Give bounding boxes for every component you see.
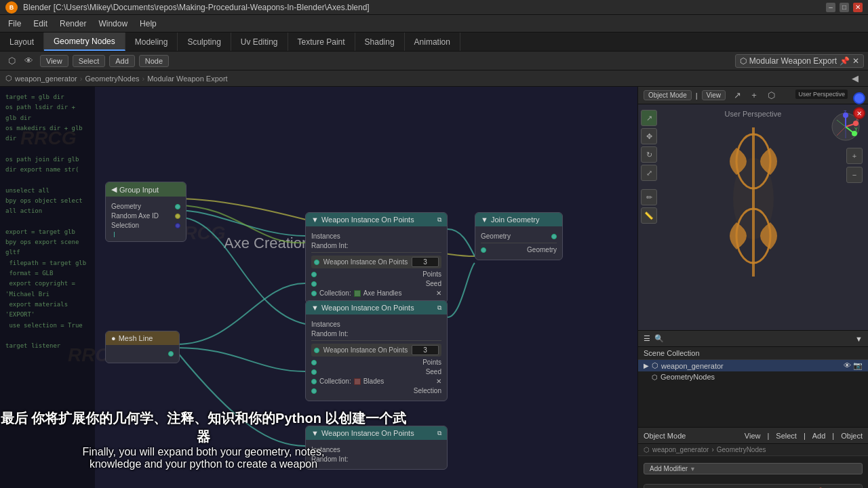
win1-coll-close[interactable]: ✕ bbox=[436, 289, 441, 297]
win1-points-socket[interactable] bbox=[311, 272, 317, 277]
props-bc-2[interactable]: GeometryNodes bbox=[717, 446, 766, 453]
node-editor-icon[interactable]: ⬡ bbox=[4, 54, 19, 68]
node-weapon-instance-2-header: ▼ Weapon Instance On Points ⧉ bbox=[306, 301, 447, 314]
breadcrumb-item-2[interactable]: GeometryNodes bbox=[85, 75, 139, 83]
node-editor[interactable]: target = glb dir os path lsdir dir + glb… bbox=[0, 87, 637, 488]
win2-points-socket[interactable] bbox=[311, 360, 317, 365]
tool-move[interactable]: ✥ bbox=[641, 128, 657, 144]
join-geo-in-socket[interactable] bbox=[481, 247, 486, 253]
node-tree-pin-icon[interactable]: 📌 bbox=[840, 56, 850, 66]
group-input-selection-socket[interactable] bbox=[175, 223, 180, 228]
win2-seed-socket[interactable] bbox=[311, 369, 317, 375]
view-icon[interactable]: 👁 bbox=[21, 54, 36, 68]
breadcrumb-item-1[interactable]: weapon_generator bbox=[15, 75, 77, 83]
node-tree-close-icon[interactable]: ✕ bbox=[852, 56, 859, 66]
node-mesh-line-header: ● Mesh Line bbox=[106, 331, 179, 345]
win2-selection-socket[interactable] bbox=[311, 388, 317, 394]
menu-node[interactable]: Node bbox=[139, 55, 169, 67]
tab-shading[interactable]: Shading bbox=[355, 33, 405, 51]
tab-texture-paint[interactable]: Texture Paint bbox=[288, 33, 355, 51]
tool-scale[interactable]: ⤢ bbox=[641, 165, 657, 181]
prop-add-btn[interactable]: Add bbox=[812, 432, 826, 440]
mesh-line-out-socket[interactable] bbox=[168, 351, 174, 357]
vp-mode-btn[interactable]: Object Mode bbox=[644, 90, 692, 100]
node-weapon-instance-3[interactable]: ▼ Weapon Instance On Points ⧉ Instances … bbox=[305, 426, 448, 470]
menu-render[interactable]: Render bbox=[54, 18, 92, 30]
join-geo-out-socket[interactable] bbox=[551, 234, 557, 239]
win1-seed-label: Seed bbox=[426, 280, 441, 287]
menu-view[interactable]: View bbox=[40, 55, 68, 67]
win1-left-socket[interactable] bbox=[314, 260, 319, 265]
menu-file[interactable]: File bbox=[3, 18, 26, 30]
add-modifier-button[interactable]: Add Modifier ▼ bbox=[644, 463, 863, 474]
menu-help[interactable]: Help bbox=[134, 18, 162, 30]
scene-info: User Perspective bbox=[795, 89, 848, 99]
win1-seed-socket[interactable] bbox=[311, 281, 317, 287]
win2-coll-close[interactable]: ✕ bbox=[436, 378, 441, 385]
tool-annotate[interactable]: ✏ bbox=[641, 189, 657, 205]
group-input-random-socket[interactable] bbox=[175, 214, 180, 219]
win1-random-label: Random Int: bbox=[311, 242, 348, 249]
props-bc-1[interactable]: weapon_generator bbox=[652, 446, 709, 453]
win3-random-label: Random Int: bbox=[311, 455, 348, 463]
outliner-item-geometry-nodes[interactable]: ⬡ GeometryNodes bbox=[638, 371, 868, 382]
tab-modeling[interactable]: Modeling bbox=[125, 33, 178, 51]
node-join-geometry[interactable]: ▼ Join Geometry Geometry Geometry bbox=[475, 212, 563, 260]
vp-view-btn[interactable]: View bbox=[702, 90, 726, 100]
tab-sculpting[interactable]: Sculpting bbox=[178, 33, 231, 51]
node-group-input[interactable]: ◀ Group Input Geometry Random Axe ID Sel… bbox=[105, 182, 186, 242]
world-indicator[interactable] bbox=[853, 92, 865, 104]
win1-coll-socket[interactable] bbox=[311, 291, 317, 296]
node-mesh-line[interactable]: ● Mesh Line bbox=[105, 331, 180, 363]
collapse-panel-icon[interactable]: ◀ bbox=[848, 71, 863, 86]
outliner-item-icon-mesh: ⬡ bbox=[652, 361, 658, 370]
win2-coll-socket[interactable] bbox=[311, 379, 317, 384]
breadcrumb-item-3[interactable]: Modular Weapon Export bbox=[147, 75, 227, 83]
menu-edit[interactable]: Edit bbox=[28, 18, 53, 30]
outliner-item-eye-1[interactable]: 👁 bbox=[844, 361, 851, 369]
group-input-selection-label: Selection bbox=[111, 222, 139, 229]
outliner-filter-icon[interactable]: ▼ bbox=[855, 335, 863, 343]
prop-view-btn[interactable]: View bbox=[745, 432, 761, 440]
prop-select-btn[interactable]: Select bbox=[776, 432, 797, 440]
scene-perspective-label: User Perspective bbox=[798, 91, 845, 98]
menu-select[interactable]: Select bbox=[73, 55, 106, 67]
node-weapon-instance-3-header: ▼ Weapon Instance On Points ⧉ bbox=[306, 426, 447, 440]
menu-add[interactable]: Add bbox=[109, 55, 135, 67]
vp-add-icon[interactable]: + bbox=[747, 88, 762, 103]
tool-measure[interactable]: 📏 bbox=[641, 207, 657, 224]
vp-zoom-out[interactable]: − bbox=[846, 167, 863, 183]
win2-left-socket[interactable] bbox=[314, 348, 319, 353]
vp-select-icon[interactable]: ↗ bbox=[730, 88, 745, 103]
menu-window[interactable]: Window bbox=[93, 18, 133, 30]
tab-uv-editing[interactable]: Uv Editing bbox=[231, 33, 288, 51]
active-object-indicator[interactable]: ✕ bbox=[853, 107, 865, 119]
geometry-nodes-modifier: ▼ ⬡ GeometryNodes 📌 👁 ⚙ ✕ ⬡ bbox=[644, 484, 863, 488]
vp-object-icon[interactable]: ⬡ bbox=[764, 88, 778, 103]
tool-select[interactable]: ↗ bbox=[641, 110, 657, 126]
minimize-button[interactable]: – bbox=[826, 3, 835, 12]
breadcrumb: ⬡ weapon_generator › GeometryNodes › Mod… bbox=[0, 70, 868, 87]
node-weapon-instance-1[interactable]: ▼ Weapon Instance On Points ⧉ Instances … bbox=[305, 212, 448, 304]
viewport-3d: Object Mode | View ↗ + ⬡ User Perspectiv… bbox=[638, 87, 868, 331]
win3-instances-label: Instances bbox=[311, 446, 340, 453]
win1-value-input[interactable] bbox=[412, 257, 439, 267]
win1-sub-label: Weapon Instance On Points bbox=[323, 258, 408, 266]
outliner-item-cam-1[interactable]: 📷 bbox=[853, 361, 863, 369]
prop-mode-label[interactable]: Object Mode bbox=[644, 432, 686, 440]
maximize-button[interactable]: □ bbox=[840, 3, 849, 12]
titlebar-title: Blender [C:\Users\Mikey\Documents\repos\… bbox=[23, 3, 370, 12]
vp-zoom-in[interactable]: + bbox=[846, 148, 863, 164]
prop-object-btn[interactable]: Object bbox=[841, 432, 863, 440]
tab-animation[interactable]: Animation bbox=[405, 33, 460, 51]
outliner-item-weapon-generator[interactable]: ▶ ⬡ weapon_generator 👁 📷 bbox=[638, 360, 868, 371]
group-input-geometry-socket[interactable] bbox=[175, 204, 180, 209]
win2-value-input[interactable] bbox=[412, 345, 439, 355]
tool-rotate[interactable]: ↻ bbox=[641, 146, 657, 163]
outliner-item-icon-2: ⬡ bbox=[652, 373, 658, 381]
close-button[interactable]: ✕ bbox=[853, 3, 863, 12]
tab-layout[interactable]: Layout bbox=[0, 33, 44, 51]
win2-coll-label: Collection: bbox=[319, 378, 351, 385]
node-weapon-instance-2[interactable]: ▼ Weapon Instance On Points ⧉ Instances … bbox=[305, 300, 448, 401]
tab-geometry-nodes[interactable]: Geometry Nodes bbox=[44, 33, 125, 51]
